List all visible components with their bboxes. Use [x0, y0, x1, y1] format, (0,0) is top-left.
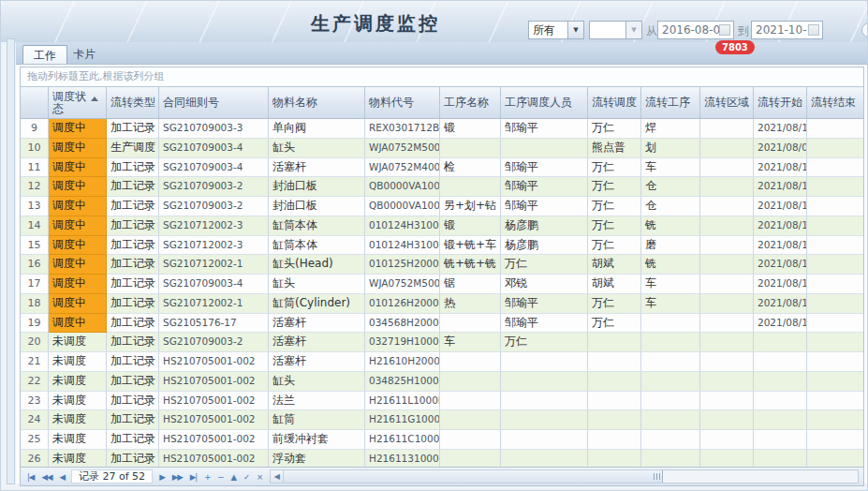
- grid-cell[interactable]: WJA0752M500P: [365, 139, 440, 158]
- grid-cell[interactable]: [700, 236, 754, 256]
- row-number[interactable]: 19: [21, 314, 49, 334]
- grid-cell[interactable]: 加工记录: [107, 430, 159, 450]
- grid-cell[interactable]: SG2105176-17: [159, 314, 269, 334]
- grid-cell[interactable]: 加工记录: [107, 275, 159, 294]
- grid-cell[interactable]: 调度中: [49, 216, 107, 236]
- grid-cell[interactable]: [700, 275, 754, 294]
- grid-cell[interactable]: 调度中: [49, 119, 107, 139]
- grid-cell[interactable]: [700, 119, 754, 139]
- grid-cell[interactable]: [700, 352, 754, 372]
- grid-cell[interactable]: [440, 410, 501, 430]
- collapsed-side-panel[interactable]: [7, 38, 15, 484]
- grid-cell[interactable]: 万仁: [588, 158, 641, 178]
- column-header[interactable]: 流转调度: [588, 87, 641, 118]
- category-select[interactable]: 所有 ▼: [528, 21, 584, 39]
- grid-cell[interactable]: [700, 392, 754, 411]
- row-number[interactable]: 26: [21, 450, 49, 467]
- column-header[interactable]: 工序调度人员: [501, 87, 588, 118]
- grid-cell[interactable]: 检: [440, 158, 501, 178]
- row-number[interactable]: 18: [21, 294, 49, 314]
- grid-cell[interactable]: 加工记录: [107, 236, 159, 256]
- grid-cell[interactable]: 调度中: [49, 255, 107, 275]
- grid-cell[interactable]: 车: [641, 294, 700, 314]
- grid-cell[interactable]: 010124H3100P: [365, 216, 440, 236]
- grid-cell[interactable]: [440, 314, 501, 334]
- prev-page-icon[interactable]: ◀◀: [37, 469, 55, 485]
- grid-cell[interactable]: [641, 450, 700, 467]
- grid-cell[interactable]: [807, 352, 863, 372]
- grid-cell[interactable]: 加工记录: [107, 216, 159, 236]
- grid-cell[interactable]: 2021/08/1...: [754, 294, 807, 314]
- column-header[interactable]: 流转区域: [700, 87, 754, 118]
- row-number[interactable]: 15: [21, 236, 49, 256]
- grid-cell[interactable]: 热: [440, 294, 501, 314]
- grid-cell[interactable]: [700, 372, 754, 392]
- grid-cell[interactable]: [807, 275, 863, 294]
- row-number[interactable]: 13: [21, 197, 49, 216]
- grid-cell[interactable]: H21611C1000P: [365, 430, 440, 450]
- row-number[interactable]: 12: [21, 177, 49, 197]
- tab-card[interactable]: 卡片: [63, 45, 106, 64]
- scrollbar-thumb[interactable]: [284, 470, 662, 483]
- horizontal-scrollbar[interactable]: ◀: [270, 469, 859, 484]
- scrollbar-track[interactable]: [284, 470, 858, 483]
- grid-cell[interactable]: [641, 352, 700, 372]
- grid-cell[interactable]: [807, 410, 863, 430]
- grid-cell[interactable]: SG210709003-2: [159, 197, 269, 216]
- grid-cell[interactable]: [501, 450, 588, 467]
- grid-cell[interactable]: [700, 197, 754, 216]
- grid-cell[interactable]: H21610H2000P: [365, 352, 440, 372]
- grid-cell[interactable]: [501, 430, 588, 450]
- grid-cell[interactable]: 车: [641, 275, 700, 294]
- grid-cell[interactable]: 活塞杆: [269, 352, 365, 372]
- row-number[interactable]: 11: [21, 158, 49, 178]
- grid-cell[interactable]: 万仁: [588, 216, 641, 236]
- grid-cell[interactable]: [754, 430, 807, 450]
- grid-cell[interactable]: 缸头: [269, 139, 365, 158]
- grid-cell[interactable]: 2021/08/1...: [754, 236, 807, 256]
- grid-cell[interactable]: 邹瑜平: [501, 294, 588, 314]
- grid-cell[interactable]: 加工记录: [107, 177, 159, 197]
- grid-cell[interactable]: 未调度: [49, 333, 107, 352]
- grid-cell[interactable]: 032719H1000P: [365, 333, 440, 352]
- grid-cell[interactable]: HS210705001-002: [159, 430, 269, 450]
- grid-cell[interactable]: 加工记录: [107, 450, 159, 467]
- grid-cell[interactable]: 加工记录: [107, 197, 159, 216]
- grid-cell[interactable]: SG210709003-4: [159, 158, 269, 178]
- grid-cell[interactable]: 邹瑜平: [501, 197, 588, 216]
- grid-cell[interactable]: 2021/08/1...: [754, 197, 807, 216]
- grid-cell[interactable]: 2021/08/1...: [754, 119, 807, 139]
- row-number[interactable]: 20: [21, 333, 49, 352]
- grid-cell[interactable]: [807, 236, 863, 256]
- grid-cell[interactable]: 浮动套: [269, 450, 365, 467]
- grid-cell[interactable]: SG210709003-3: [159, 119, 269, 139]
- row-number[interactable]: 17: [21, 275, 49, 294]
- grid-cell[interactable]: 万仁: [588, 197, 641, 216]
- row-number[interactable]: 10: [21, 139, 49, 158]
- grid-cell[interactable]: [807, 139, 863, 158]
- row-number[interactable]: 23: [21, 392, 49, 411]
- grid-cell[interactable]: 未调度: [49, 392, 107, 411]
- delete-record-icon[interactable]: −: [213, 469, 227, 485]
- grid-cell[interactable]: 锻: [440, 216, 501, 236]
- grid-cell[interactable]: [440, 450, 501, 467]
- grid-cell[interactable]: 2021/08/1...: [754, 216, 807, 236]
- grid-cell[interactable]: 010126H2000C: [365, 294, 440, 314]
- to-date-input[interactable]: 2021-10-16: [751, 21, 823, 39]
- column-header[interactable]: 工序名称: [440, 87, 501, 118]
- grid-cell[interactable]: [807, 294, 863, 314]
- row-selector-header[interactable]: [21, 87, 49, 118]
- grid-cell[interactable]: 法兰: [269, 392, 365, 411]
- grid-cell[interactable]: 未调度: [49, 430, 107, 450]
- grid-cell[interactable]: WJA0752M500P: [365, 275, 440, 294]
- grid-cell[interactable]: 划: [641, 139, 700, 158]
- grid-cell[interactable]: 活塞杆: [269, 314, 365, 334]
- grid-cell[interactable]: [807, 119, 863, 139]
- row-number[interactable]: 24: [21, 410, 49, 430]
- grid-cell[interactable]: HS210705001-002: [159, 410, 269, 430]
- grid-cell[interactable]: H21611L1000P: [365, 392, 440, 411]
- grid-cell[interactable]: QB0000VA100P: [365, 177, 440, 197]
- grid-cell[interactable]: 未调度: [49, 450, 107, 467]
- grid-cell[interactable]: [807, 314, 863, 334]
- column-header[interactable]: 流转开始: [754, 87, 807, 118]
